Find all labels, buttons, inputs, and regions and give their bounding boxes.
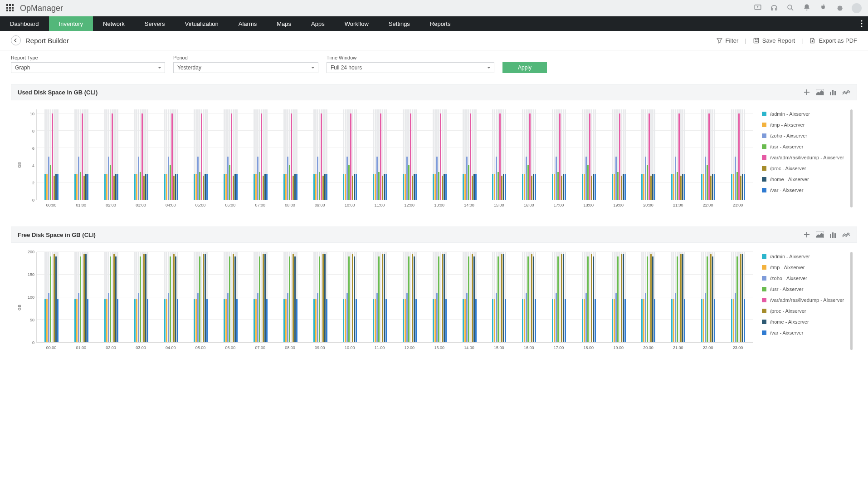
period-select[interactable]: Yesterday — [173, 62, 318, 73]
x-tick: 23:00 — [723, 343, 753, 350]
nav-item-maps[interactable]: Maps — [267, 16, 301, 31]
legend-swatch — [762, 276, 766, 281]
nav-item-inventory[interactable]: Inventory — [49, 16, 93, 31]
legend-item[interactable]: /proc - Aixserver — [762, 166, 853, 171]
time-window-select[interactable]: Full 24 hours — [327, 62, 494, 73]
area-chart-icon[interactable] — [816, 232, 824, 238]
x-tick: 19:00 — [604, 200, 634, 207]
legend-item[interactable]: /admin - Aixserver — [762, 111, 853, 117]
legend-item[interactable]: /var/adm/ras/livedump - Aixserver — [762, 155, 853, 160]
separator: | — [801, 37, 803, 44]
legend-item[interactable]: /tmp - Aixserver — [762, 122, 853, 128]
legend-item[interactable]: /tmp - Aixserver — [762, 265, 853, 270]
save-report-button[interactable]: Save Report — [753, 37, 795, 44]
legend-item[interactable]: /admin - Aixserver — [762, 254, 853, 259]
bar-chart-icon[interactable] — [829, 89, 837, 95]
legend-label: /zoho - Aixserver — [770, 133, 807, 138]
x-tick: 04:00 — [156, 200, 185, 207]
y-tick: 10 — [30, 112, 34, 116]
svg-rect-11 — [830, 234, 831, 238]
bar-chart-icon[interactable] — [829, 232, 837, 238]
x-tick: 03:00 — [126, 343, 156, 350]
legend-item[interactable]: /var - Aixserver — [762, 187, 853, 193]
apps-grid-icon[interactable] — [6, 4, 15, 12]
legend-item[interactable]: /usr - Aixserver — [762, 286, 853, 292]
x-tick: 13:00 — [424, 343, 454, 350]
x-tick: 07:00 — [245, 200, 275, 207]
search-icon[interactable] — [786, 4, 795, 13]
nav-item-servers[interactable]: Servers — [135, 16, 175, 31]
nav-item-workflow[interactable]: Workflow — [335, 16, 379, 31]
x-tick: 08:00 — [275, 200, 305, 207]
legend-item[interactable]: /usr - Aixserver — [762, 144, 853, 149]
y-tick: 0 — [32, 198, 34, 202]
legend-label: /tmp - Aixserver — [770, 265, 805, 270]
report-type-select[interactable]: Graph — [11, 62, 165, 73]
legend-swatch — [762, 144, 766, 149]
legend-item[interactable]: /proc - Aixserver — [762, 308, 853, 314]
page-toolbar: Report Builder Filter | Save Report | Ex… — [0, 31, 868, 50]
legend-item[interactable]: /var/adm/ras/livedump - Aixserver — [762, 297, 853, 303]
filter-label: Filter — [726, 37, 739, 44]
y-tick: 6 — [32, 146, 34, 151]
chart-legend: /admin - Aixserver/tmp - Aixserver/zoho … — [762, 252, 853, 338]
legend-item[interactable]: /home - Aixserver — [762, 177, 853, 182]
headset-icon[interactable] — [770, 4, 778, 13]
svg-rect-9 — [834, 91, 836, 95]
nav-overflow-icon[interactable] — [861, 16, 863, 31]
line-chart-icon[interactable] — [842, 232, 850, 237]
nav-item-network[interactable]: Network — [93, 16, 135, 31]
x-tick: 21:00 — [663, 200, 693, 207]
save-report-label: Save Report — [762, 37, 795, 44]
x-tick: 20:00 — [634, 343, 663, 350]
gear-icon[interactable] — [835, 4, 844, 13]
filter-button[interactable]: Filter — [716, 37, 739, 44]
x-tick: 18:00 — [574, 200, 604, 207]
export-pdf-button[interactable]: Export as PDF — [809, 37, 857, 44]
nav-item-settings[interactable]: Settings — [379, 16, 420, 31]
legend-label: /usr - Aixserver — [770, 286, 803, 292]
plug-icon[interactable] — [819, 4, 827, 13]
page-title: Report Builder — [25, 37, 69, 44]
legend-item[interactable]: /var - Aixserver — [762, 330, 853, 335]
legend-swatch — [762, 188, 766, 192]
legend-swatch — [762, 298, 766, 302]
nav-item-dashboard[interactable]: Dashboard — [0, 16, 49, 31]
x-tick: 16:00 — [514, 343, 544, 350]
nav-item-alarms[interactable]: Alarms — [229, 16, 267, 31]
back-button[interactable] — [11, 35, 21, 45]
legend-swatch — [762, 133, 766, 138]
x-tick: 05:00 — [185, 343, 215, 350]
svg-point-2 — [861, 20, 863, 22]
bell-icon[interactable] — [803, 4, 811, 13]
legend-scrollbar[interactable] — [850, 109, 853, 207]
chart-panel-used: Used Disk Space in GB (CLI)GB024681000:0… — [11, 84, 857, 212]
nav-item-reports[interactable]: Reports — [420, 16, 461, 31]
add-icon[interactable] — [803, 231, 810, 238]
chart-plot — [36, 109, 753, 200]
x-tick: 13:00 — [424, 200, 454, 207]
period-label: Period — [173, 55, 318, 60]
legend-label: /var/adm/ras/livedump - Aixserver — [770, 155, 844, 160]
add-icon[interactable] — [803, 89, 810, 96]
svg-rect-7 — [830, 92, 831, 95]
area-chart-icon[interactable] — [816, 89, 824, 95]
x-tick: 00:00 — [36, 343, 66, 350]
main-nav: DashboardInventoryNetworkServersVirtuali… — [0, 16, 868, 31]
x-tick: 22:00 — [693, 200, 723, 207]
nav-item-apps[interactable]: Apps — [301, 16, 335, 31]
y-tick: 0 — [32, 340, 34, 345]
monitor-icon[interactable] — [754, 4, 762, 13]
line-chart-icon[interactable] — [842, 89, 850, 95]
svg-rect-8 — [832, 90, 834, 95]
apply-button[interactable]: Apply — [502, 62, 547, 73]
avatar[interactable] — [852, 3, 862, 13]
nav-item-virtualization[interactable]: Virtualization — [175, 16, 229, 31]
legend-item[interactable]: /zoho - Aixserver — [762, 276, 853, 281]
x-tick: 10:00 — [335, 200, 365, 207]
legend-swatch — [762, 166, 766, 171]
legend-scrollbar[interactable] — [850, 252, 853, 350]
x-tick: 20:00 — [634, 200, 663, 207]
legend-item[interactable]: /home - Aixserver — [762, 319, 853, 325]
legend-item[interactable]: /zoho - Aixserver — [762, 133, 853, 138]
